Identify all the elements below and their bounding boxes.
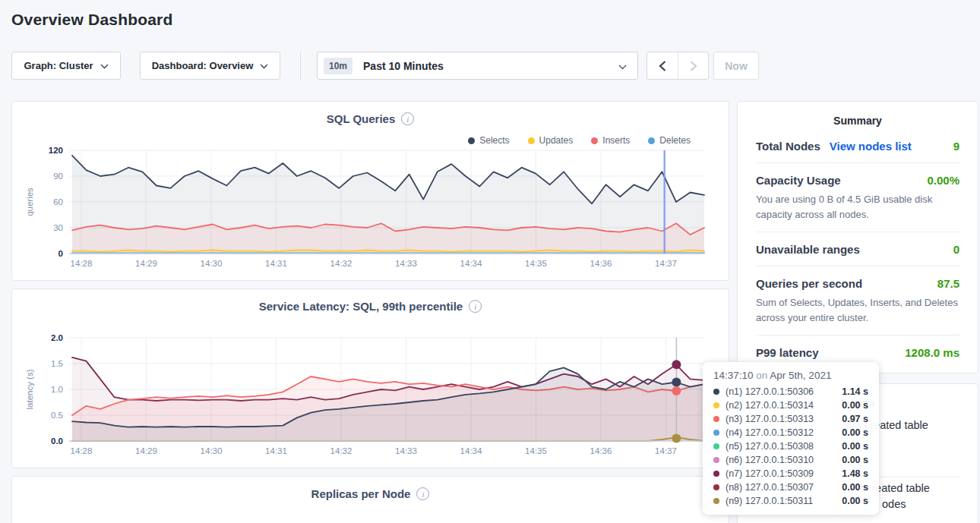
series-dot-icon — [713, 484, 719, 490]
tooltip-row: (n7) 127.0.0.1:503091.48 s — [713, 467, 868, 480]
dashboard-dropdown[interactable]: Dashboard: Overview — [140, 52, 280, 80]
tooltip-timestamp: 14:37:10 on Apr 5th, 2021 — [713, 370, 868, 381]
total-nodes-value: 9 — [953, 140, 959, 153]
summary-panel: Summary Total Nodes View nodes list 9 Ca… — [737, 101, 978, 373]
tooltip-row: (n8) 127.0.0.1:503070.00 s — [713, 480, 868, 494]
replicas-per-node-card: Replicas per Node i — [11, 476, 729, 523]
capacity-usage-value: 0.00% — [927, 174, 959, 187]
svg-text:14:28: 14:28 — [71, 446, 93, 455]
svg-text:14:34: 14:34 — [460, 446, 482, 455]
svg-text:14:30: 14:30 — [201, 446, 223, 455]
page-title: Overview Dashboard — [11, 11, 173, 29]
svg-text:14:37: 14:37 — [655, 259, 677, 268]
svg-text:0.5: 0.5 — [51, 411, 63, 420]
svg-text:0.0: 0.0 — [51, 436, 63, 446]
info-icon[interactable]: i — [416, 487, 429, 500]
unavailable-ranges-value: 0 — [953, 243, 959, 256]
svg-text:0: 0 — [58, 249, 63, 258]
svg-text:2.0: 2.0 — [51, 333, 63, 342]
now-button[interactable]: Now — [713, 52, 759, 80]
sql-queries-chart[interactable]: 14:2814:2914:3014:3114:3214:3314:3414:35… — [22, 143, 716, 273]
svg-text:latency (s): latency (s) — [25, 369, 34, 409]
summary-title: Summary — [756, 102, 959, 138]
svg-text:14:35: 14:35 — [525, 259, 547, 268]
p99-latency-value: 1208.0 ms — [905, 346, 959, 359]
series-dot-icon — [713, 416, 719, 422]
info-icon[interactable]: i — [401, 112, 414, 125]
tooltip-row: (n3) 127.0.0.1:503130.97 s — [713, 412, 868, 426]
sql-queries-card: SQL Queries i SelectsUpdatesInsertsDelet… — [11, 101, 729, 281]
series-dot-icon — [713, 389, 719, 395]
svg-text:60: 60 — [53, 197, 63, 206]
tooltip-row: (n5) 127.0.0.1:503080.00 s — [713, 440, 868, 453]
series-dot-icon — [713, 471, 719, 477]
series-dot-icon — [713, 457, 719, 463]
replicas-per-node-title: Replicas per Node — [311, 487, 411, 500]
svg-text:14:32: 14:32 — [330, 259, 352, 268]
service-latency-card: Service Latency: SQL, 99th percentile i … — [11, 288, 729, 468]
controls-divider — [300, 52, 301, 80]
svg-text:14:35: 14:35 — [525, 446, 547, 455]
graph-dropdown-label: Graph: Cluster — [24, 60, 93, 71]
svg-text:14:34: 14:34 — [460, 259, 482, 268]
view-nodes-list-link[interactable]: View nodes list — [830, 140, 912, 153]
summary-row-qps: Queries per second 87.5 Sum of Selects, … — [756, 266, 959, 335]
svg-text:14:36: 14:36 — [590, 259, 612, 268]
svg-text:1.0: 1.0 — [51, 385, 63, 394]
tooltip-row: (n9) 127.0.0.1:503110.00 s — [713, 494, 868, 508]
svg-text:14:29: 14:29 — [135, 446, 157, 455]
prev-range-button[interactable] — [647, 52, 678, 79]
series-dot-icon — [713, 443, 719, 449]
svg-text:14:33: 14:33 — [395, 446, 417, 455]
svg-text:14:31: 14:31 — [265, 446, 287, 455]
service-latency-title: Service Latency: SQL, 99th percentile — [259, 300, 463, 313]
svg-text:30: 30 — [53, 223, 63, 232]
summary-row-capacity: Capacity Usage 0.00% You are using 0 B o… — [756, 162, 959, 232]
svg-text:120: 120 — [49, 146, 63, 155]
time-range-label: Past 10 Minutes — [363, 60, 444, 72]
svg-text:14:33: 14:33 — [395, 259, 417, 268]
svg-text:14:30: 14:30 — [201, 259, 223, 268]
capacity-usage-label: Capacity Usage — [756, 174, 841, 187]
event-item: odes — [882, 498, 906, 510]
time-step-buttons — [646, 52, 709, 80]
next-range-button[interactable] — [678, 52, 708, 79]
capacity-usage-desc: You are using 0 B of 4.5 GiB usable disk… — [756, 192, 959, 222]
unavailable-ranges-label: Unavailable ranges — [756, 243, 860, 256]
series-dot-icon — [713, 430, 719, 436]
tooltip-row: (n4) 127.0.0.1:503120.00 s — [713, 426, 868, 440]
tooltip-row: (n1) 127.0.0.1:503061.14 s — [713, 385, 868, 399]
queries-per-second-desc: Sum of Selects, Updates, Inserts, and De… — [756, 295, 959, 325]
tooltip-row: (n2) 127.0.0.1:503140.00 s — [713, 399, 868, 412]
total-nodes-label: Total Nodes — [756, 140, 820, 153]
info-icon[interactable]: i — [469, 300, 482, 313]
chevron-down-icon — [618, 59, 627, 73]
series-dot-icon — [713, 402, 719, 408]
summary-row-total-nodes: Total Nodes View nodes list 9 — [756, 138, 959, 162]
graph-dropdown[interactable]: Graph: Cluster — [11, 52, 121, 80]
svg-text:14:36: 14:36 — [590, 446, 612, 455]
chevron-down-icon — [100, 60, 109, 71]
p99-latency-label: P99 latency — [756, 346, 819, 359]
queries-per-second-label: Queries per second — [756, 277, 862, 290]
series-dot-icon — [713, 498, 719, 504]
svg-text:14:31: 14:31 — [265, 259, 287, 268]
svg-text:14:28: 14:28 — [71, 259, 93, 268]
svg-text:1.5: 1.5 — [51, 359, 63, 368]
time-range-badge: 10m — [324, 58, 352, 74]
tooltip-row: (n6) 127.0.0.1:503100.00 s — [713, 453, 868, 467]
svg-text:90: 90 — [53, 172, 63, 181]
summary-row-unavailable: Unavailable ranges 0 — [756, 232, 959, 266]
dashboard-dropdown-label: Dashboard: Overview — [152, 60, 254, 71]
svg-text:14:37: 14:37 — [655, 446, 677, 455]
queries-per-second-value: 87.5 — [937, 277, 959, 290]
service-latency-chart[interactable]: 14:2814:2914:3014:3114:3214:3314:3414:35… — [22, 330, 716, 461]
svg-text:queries: queries — [25, 187, 34, 216]
svg-text:14:29: 14:29 — [135, 259, 157, 268]
chart-hover-tooltip: 14:37:10 on Apr 5th, 2021 (n1) 127.0.0.1… — [703, 362, 879, 515]
svg-text:14:32: 14:32 — [330, 446, 352, 455]
time-range-picker[interactable]: 10m Past 10 Minutes — [317, 52, 638, 80]
sql-queries-title: SQL Queries — [327, 112, 396, 125]
chevron-down-icon — [260, 60, 268, 71]
